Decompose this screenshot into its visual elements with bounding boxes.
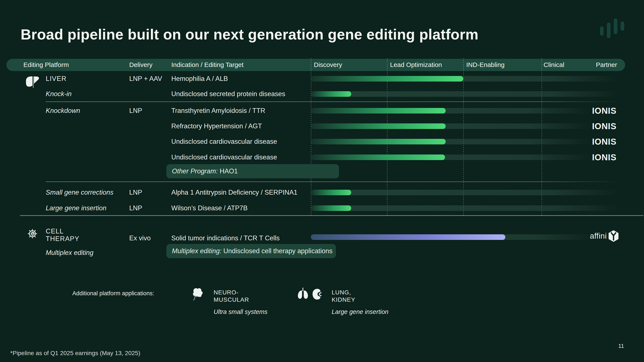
pulse-bars-logo (599, 17, 627, 41)
delivery-label: LNP + AAV (129, 74, 162, 83)
platform-label: LIVER (46, 74, 66, 83)
column-label-partner: Partner (596, 60, 617, 69)
progress-bar (311, 76, 463, 81)
column-label-lead-optimization: Lead Optimization (390, 60, 442, 69)
application-title: MUSCULAR (214, 296, 249, 304)
additional-applications-label: Additional platform applications: (72, 289, 154, 298)
pulse-bar (600, 26, 604, 36)
callout-italic-label: Multiplex editing: (172, 247, 224, 255)
other-program-callout: Other Program: HAO1 (166, 164, 339, 178)
cell-therapy-icon (26, 228, 38, 240)
indication-label: Undisclosed secreted protein diseases (171, 89, 285, 98)
platform-label: Knock-in (46, 89, 72, 98)
indication-label: Undisclosed cardiovascular disease (171, 137, 277, 146)
platform-label: Large gene insertion (46, 204, 106, 213)
progress-bar (311, 205, 351, 211)
progress-bar (311, 91, 351, 97)
liver-icon (25, 75, 40, 89)
callout-italic-label: Other Program: (172, 167, 220, 175)
progress-bar (311, 139, 446, 144)
pulse-bar (607, 22, 610, 38)
application-title: LUNG, (332, 289, 351, 296)
ionis-logo: IONIS (592, 121, 622, 131)
column-label-indication: Indication / Editing Target (171, 60, 244, 69)
pulse-bar (614, 18, 618, 34)
delivery-label: LNP (129, 204, 142, 213)
callout-text: Undisclosed cell therapy applications (224, 247, 332, 255)
ionis-logo: IONIS (592, 106, 622, 116)
affini-wordmark: affini (590, 232, 607, 241)
indication-label: Undisclosed cardiovascular disease (171, 153, 277, 162)
delivery-label: Ex vivo (129, 234, 151, 243)
affini-t-logo: affini (590, 230, 618, 243)
column-label-clinical: Clinical (544, 60, 564, 69)
indication-label: Wilson’s Disease / ATP7B (171, 204, 248, 213)
platform-label: Small gene corrections (46, 188, 113, 197)
column-label-editing-platform: Editing Platform (24, 60, 69, 69)
application-title: NEURO- (214, 289, 238, 296)
column-label-ind-enabling: IND-Enabling (466, 60, 504, 69)
progress-bar (311, 234, 505, 240)
section-divider (46, 101, 621, 102)
section-divider (46, 182, 621, 182)
progress-bar (311, 154, 445, 160)
ionis-logo: IONIS (592, 136, 622, 147)
progress-bar (311, 190, 351, 195)
column-label-discovery: Discovery (314, 60, 342, 69)
lungs-icon (296, 288, 310, 300)
column-label-delivery: Delivery (129, 60, 152, 69)
progress-bar (311, 108, 446, 113)
callout-text: HAO1 (220, 167, 238, 175)
kidney-icon (312, 288, 322, 300)
footnote: *Pipeline as of Q1 2025 earnings (May 13… (10, 350, 140, 357)
ionis-logo: IONIS (592, 152, 622, 162)
progress-bar (311, 123, 446, 129)
indication-label: Hemophilia A / ALB (171, 74, 228, 83)
platform-divider (20, 215, 643, 216)
indication-label: Transthyretin Amyloidosis / TTR (171, 106, 265, 115)
progress-track (311, 205, 620, 211)
platform-label: THERAPY (46, 234, 80, 243)
application-note: Large gene insertion (332, 307, 388, 316)
platform-label: Knockdown (46, 106, 80, 115)
platform-label: Multiplex editing (46, 248, 94, 257)
delivery-label: LNP (129, 106, 142, 115)
tcr-badge-icon (608, 230, 618, 242)
page-number: 11 (618, 343, 624, 349)
application-title: KIDNEY (332, 296, 355, 304)
page-title: Broad pipeline built on our next generat… (20, 25, 478, 43)
progress-track (311, 91, 620, 97)
delivery-label: LNP (129, 188, 142, 197)
indication-label: Alpha 1 Antitrypsin Deficiency / SERPINA… (171, 188, 298, 197)
slide-canvas: Broad pipeline built on our next generat… (0, 0, 644, 362)
application-note: Ultra small systems (214, 307, 268, 316)
pulse-bar (620, 21, 624, 31)
multiplex-callout: Multiplex editing: Undisclosed cell ther… (166, 244, 336, 258)
brain-icon (191, 287, 204, 300)
indication-label: Solid tumor indications / TCR T Cells (171, 234, 280, 243)
indication-label: Refractory Hypertension / AGT (171, 122, 262, 131)
progress-track (311, 190, 620, 195)
